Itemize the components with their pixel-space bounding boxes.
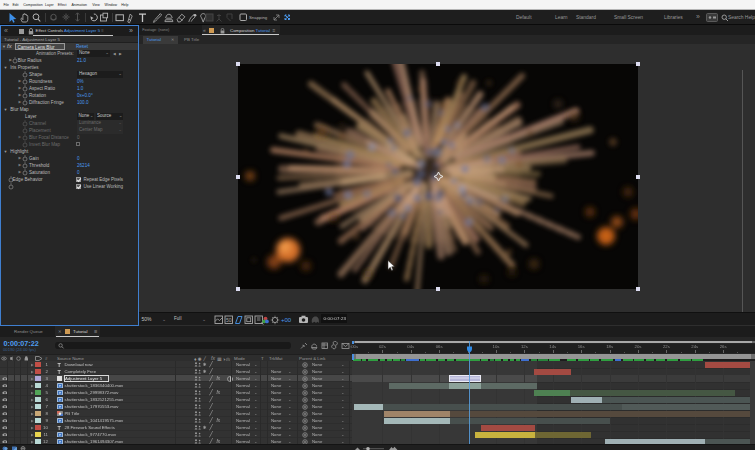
svg-text:50: 50: [226, 317, 232, 323]
svg-text:Snapping: Snapping: [249, 15, 268, 20]
svg-text:+00: +00: [281, 317, 292, 323]
